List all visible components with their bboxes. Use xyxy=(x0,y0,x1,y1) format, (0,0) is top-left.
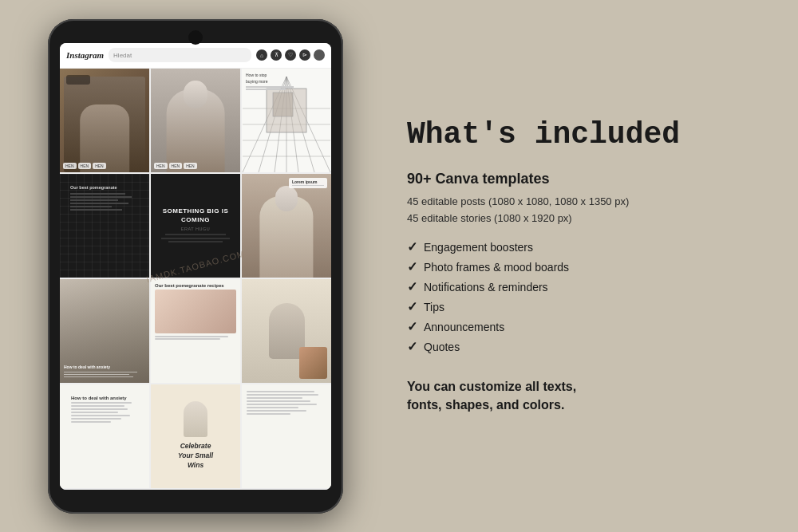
page-container: Instagram Hledat ⌂ ⊼ ♡ ⊳ xyxy=(0,0,798,532)
tablet-camera xyxy=(188,30,203,45)
grid-cell-3[interactable]: How to stop buying more xyxy=(242,69,331,172)
send-icon[interactable]: ⊳ xyxy=(299,49,310,61)
feature-item-6: ✓ Quotes xyxy=(407,339,758,354)
home-icon[interactable]: ⌂ xyxy=(256,49,267,61)
grid-cell-1[interactable]: HENHENHEN xyxy=(60,69,149,172)
grid-cell-8[interactable]: Our best pomegranate recipes xyxy=(151,279,240,383)
heart-icon[interactable]: ♡ xyxy=(285,49,296,61)
feature-item-2: ✓ Photo frames & mood boards xyxy=(407,259,758,274)
grid-cell-12[interactable] xyxy=(242,384,331,488)
content-section: What's included 90+ Canva templates 45 e… xyxy=(391,0,798,532)
main-title: What's included xyxy=(407,118,758,152)
grid-cell-5[interactable]: SOMETHING BIG IS COMING Erat hugu xyxy=(151,174,240,278)
grid-cell-7[interactable]: How to deal with anxiety xyxy=(60,279,149,383)
filter-icon[interactable]: ⊼ xyxy=(271,49,282,61)
grid-cell-10[interactable]: How to deal with anxiety xyxy=(60,384,149,488)
check-icon-2: ✓ xyxy=(407,259,417,274)
grid-cell-11[interactable]: CelebrateYour SmallWins xyxy=(151,384,240,488)
check-icon-4: ✓ xyxy=(407,299,417,314)
check-icon-3: ✓ xyxy=(407,279,417,294)
features-list: ✓ Engagement boosters ✓ Photo frames & m… xyxy=(407,239,758,359)
grid-cell-9[interactable] xyxy=(242,279,331,383)
bottom-text: You can customize all texts,fonts, shape… xyxy=(407,378,758,414)
instagram-grid: HENHENHEN HENHENHEN xyxy=(60,69,331,490)
check-icon-5: ✓ xyxy=(407,319,417,334)
feature-item-1: ✓ Engagement boosters xyxy=(407,239,758,254)
feature-item-3: ✓ Notifications & reminders xyxy=(407,279,758,294)
grid-cell-2[interactable]: HENHENHEN xyxy=(151,69,240,172)
instagram-logo: Instagram xyxy=(66,50,104,60)
section-heading: 90+ Canva templates xyxy=(407,171,758,187)
tablet-device: Instagram Hledat ⌂ ⊼ ♡ ⊳ xyxy=(48,19,343,514)
instagram-search[interactable]: Hledat xyxy=(109,48,251,62)
check-icon-6: ✓ xyxy=(407,339,417,354)
tablet-section: Instagram Hledat ⌂ ⊼ ♡ ⊳ xyxy=(0,0,391,532)
profile-icon[interactable] xyxy=(314,49,325,61)
svg-rect-12 xyxy=(273,93,293,116)
description-text: 45 editable posts (1080 x 1080, 1080 x 1… xyxy=(407,194,758,227)
grid-cell-4[interactable]: Our best pomegranate xyxy=(60,174,149,278)
feature-item-4: ✓ Tips xyxy=(407,299,758,314)
instagram-nav-icons: ⌂ ⊼ ♡ ⊳ xyxy=(256,49,325,61)
tablet-screen: Instagram Hledat ⌂ ⊼ ♡ ⊳ xyxy=(60,43,331,490)
check-icon-1: ✓ xyxy=(407,239,417,254)
feature-item-5: ✓ Announcements xyxy=(407,319,758,334)
grid-cell-6[interactable]: Lorem ipsum xyxy=(242,174,331,278)
instagram-header: Instagram Hledat ⌂ ⊼ ♡ ⊳ xyxy=(60,43,331,69)
